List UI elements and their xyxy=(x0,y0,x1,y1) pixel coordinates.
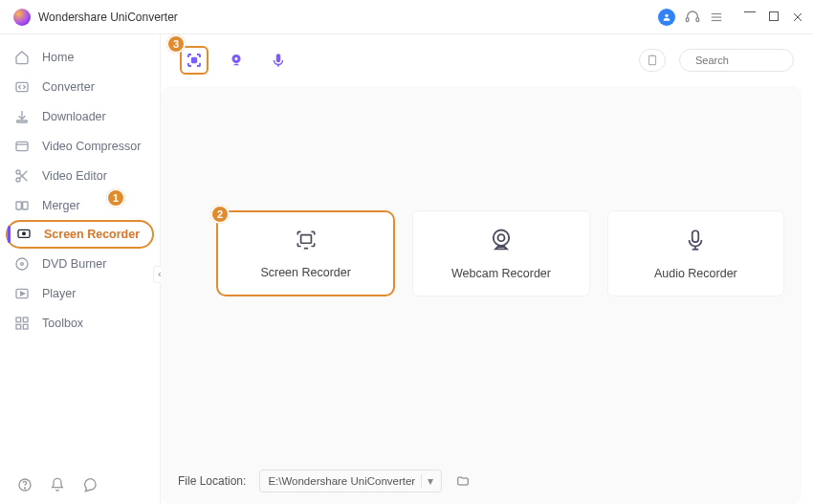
app-logo xyxy=(13,9,31,26)
sidebar-item-screen-recorder[interactable]: Screen Recorder xyxy=(6,220,154,249)
svg-point-29 xyxy=(24,488,25,489)
sidebar-item-downloader[interactable]: Downloader xyxy=(0,101,160,131)
svg-rect-17 xyxy=(23,202,28,209)
sidebar-item-label: Toolbox xyxy=(42,317,83,330)
svg-point-13 xyxy=(16,178,20,182)
sidebar-item-converter[interactable]: Converter xyxy=(0,72,160,101)
card-webcam-recorder[interactable]: Webcam Recorder xyxy=(412,210,589,296)
sidebar-item-home[interactable]: Home xyxy=(0,42,160,72)
svg-point-20 xyxy=(16,258,28,270)
svg-point-42 xyxy=(497,234,504,241)
content-panel: 2 Screen Recorder Webcam Recorder xyxy=(161,86,802,504)
webcam-icon xyxy=(488,227,515,253)
sidebar-item-dvd[interactable]: DVD Burner xyxy=(0,249,160,278)
sidebar-item-label: Downloader xyxy=(42,110,106,123)
compressor-icon xyxy=(13,138,31,155)
browse-folder-icon[interactable] xyxy=(455,474,471,488)
svg-rect-27 xyxy=(23,324,28,329)
mode-screen-button[interactable] xyxy=(180,46,209,75)
app-title: Wondershare UniConverter xyxy=(38,11,178,24)
svg-point-32 xyxy=(235,57,238,60)
sidebar-item-toolbox[interactable]: Toolbox xyxy=(0,308,160,338)
svg-rect-33 xyxy=(276,54,281,62)
mode-audio-button[interactable] xyxy=(264,46,293,75)
file-location-select[interactable]: E:\Wondershare UniConverter ▾ xyxy=(259,470,442,493)
card-label: Webcam Recorder xyxy=(451,267,551,280)
sidebar-item-label: Home xyxy=(42,51,74,64)
svg-rect-24 xyxy=(16,318,21,322)
svg-rect-35 xyxy=(649,55,656,64)
sidebar-item-player[interactable]: Player xyxy=(0,278,160,308)
card-label: Audio Recorder xyxy=(654,267,737,280)
play-icon xyxy=(13,285,31,302)
file-location-path: E:\Wondershare UniConverter xyxy=(268,475,415,487)
converter-icon xyxy=(13,78,31,96)
svg-point-41 xyxy=(494,230,509,246)
microphone-icon xyxy=(683,227,708,253)
svg-point-12 xyxy=(16,170,20,174)
sidebar-item-label: Video Editor xyxy=(42,169,107,183)
support-icon[interactable] xyxy=(685,10,700,25)
sidebar: Home Converter Downloader Video Compress… xyxy=(0,34,161,504)
sidebar-item-editor[interactable]: Video Editor xyxy=(0,161,160,190)
download-icon xyxy=(13,108,31,125)
svg-rect-9 xyxy=(17,121,28,122)
sidebar-item-label: DVD Burner xyxy=(42,257,106,271)
mode-webcam-button[interactable] xyxy=(222,46,251,75)
title-bar: Wondershare UniConverter xyxy=(0,0,813,34)
svg-rect-30 xyxy=(192,58,197,63)
card-label: Screen Recorder xyxy=(260,266,351,279)
open-folder-button[interactable] xyxy=(639,49,666,72)
svg-rect-25 xyxy=(23,318,28,322)
svg-rect-39 xyxy=(300,235,311,244)
minimize-button[interactable] xyxy=(744,11,756,13)
mode-toolbar: 3 xyxy=(161,40,813,80)
svg-rect-10 xyxy=(16,142,28,150)
feedback-icon[interactable] xyxy=(82,477,98,493)
file-location-label: File Location: xyxy=(178,474,246,488)
file-location-bar: File Location: E:\Wondershare UniConvert… xyxy=(178,470,784,493)
chevron-down-icon: ▾ xyxy=(421,474,433,488)
sidebar-item-label: Merger xyxy=(42,199,80,212)
svg-point-19 xyxy=(23,232,26,235)
search-box[interactable] xyxy=(679,49,794,72)
menu-icon[interactable] xyxy=(710,11,723,24)
bell-icon[interactable] xyxy=(50,477,65,493)
search-input[interactable] xyxy=(695,55,813,66)
svg-rect-16 xyxy=(16,202,21,209)
svg-rect-2 xyxy=(696,17,699,21)
home-icon xyxy=(13,49,31,66)
sidebar-item-compressor[interactable]: Video Compressor xyxy=(0,131,160,161)
scissors-icon xyxy=(13,167,31,185)
callout-badge-1: 1 xyxy=(106,188,125,208)
callout-badge-3: 3 xyxy=(166,34,186,54)
svg-rect-43 xyxy=(692,230,699,242)
svg-marker-23 xyxy=(21,292,25,296)
sidebar-item-merger[interactable]: Merger 1 xyxy=(0,190,160,220)
help-icon[interactable] xyxy=(17,477,33,493)
grid-icon xyxy=(13,315,31,332)
card-screen-recorder[interactable]: 2 Screen Recorder xyxy=(216,210,395,296)
sidebar-item-label: Converter xyxy=(42,80,95,94)
merger-icon xyxy=(13,197,31,214)
account-icon[interactable] xyxy=(658,9,675,26)
svg-rect-26 xyxy=(16,324,21,329)
recorder-icon xyxy=(15,226,33,243)
card-audio-recorder[interactable]: Audio Recorder xyxy=(607,210,784,296)
screen-recorder-icon xyxy=(292,228,320,252)
svg-point-21 xyxy=(21,262,24,265)
close-button[interactable] xyxy=(792,11,803,23)
callout-badge-2: 2 xyxy=(210,205,230,224)
disc-icon xyxy=(13,255,31,273)
svg-point-0 xyxy=(665,13,668,16)
sidebar-item-label: Player xyxy=(42,287,76,300)
main-area: 3 2 xyxy=(161,34,813,504)
maximize-button[interactable] xyxy=(769,11,779,21)
svg-rect-1 xyxy=(686,17,689,21)
sidebar-item-label: Screen Recorder xyxy=(44,228,140,241)
sidebar-item-label: Video Compressor xyxy=(42,140,141,153)
